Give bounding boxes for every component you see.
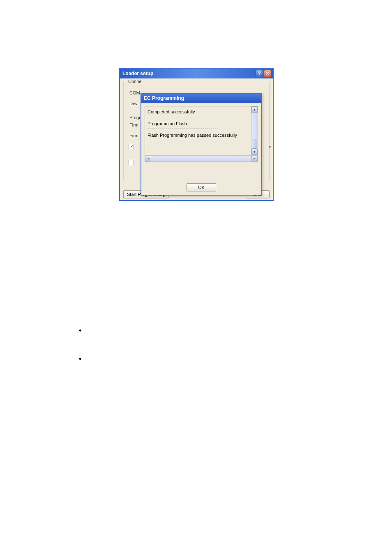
checkbox-2[interactable]	[129, 160, 134, 165]
ok-button[interactable]: OK	[187, 183, 216, 191]
bullet-2: •	[79, 355, 81, 364]
bullet-list: • •	[79, 327, 81, 383]
log-line-2: Programming Flash...	[148, 120, 249, 128]
loader-setup-body: Conne COM Dev Progr Firm Firm e Start Pr…	[120, 78, 273, 200]
log-content: Completed successfully Programming Flash…	[145, 106, 251, 155]
loader-setup-titlebar: Loader setup ? ×	[120, 69, 273, 78]
ec-programming-title: EC Programming	[144, 95, 184, 101]
ec-programming-titlebar: EC Programming	[141, 94, 261, 103]
ec-programming-dialog: EC Programming Completed successfully Pr…	[141, 93, 262, 196]
vertical-scrollbar[interactable]: ▲ ▼	[251, 106, 258, 155]
horizontal-scrollbar[interactable]: ◀ ▶	[145, 155, 258, 162]
scroll-left-button[interactable]: ◀	[145, 156, 151, 161]
scroll-down-button[interactable]: ▼	[251, 149, 258, 155]
log-line-1: Completed successfully	[148, 108, 249, 116]
checkbox-1[interactable]	[129, 144, 134, 149]
groupbox-title: Conne	[127, 79, 143, 84]
bullet-1: •	[79, 327, 81, 335]
log-separator	[148, 129, 218, 129]
window-title: Loader setup	[122, 71, 255, 76]
h-scroll-track[interactable]	[151, 156, 251, 161]
close-button[interactable]: ×	[264, 70, 271, 77]
log-line-3: Flash Programming has passed successfull…	[148, 131, 249, 139]
scroll-track[interactable]	[251, 113, 258, 149]
ec-programming-body: Completed successfully Programming Flash…	[141, 103, 261, 195]
ok-button-wrap: OK	[145, 183, 258, 191]
scroll-thumb[interactable]	[252, 139, 257, 149]
log-textarea: Completed successfully Programming Flash…	[145, 106, 258, 155]
scroll-up-button[interactable]: ▲	[251, 106, 258, 113]
right-tag: e	[269, 144, 271, 149]
help-button[interactable]: ?	[256, 70, 263, 77]
loader-setup-window: Loader setup ? × Conne COM Dev Progr Fir…	[119, 68, 274, 201]
scroll-right-button[interactable]: ▶	[251, 156, 258, 161]
